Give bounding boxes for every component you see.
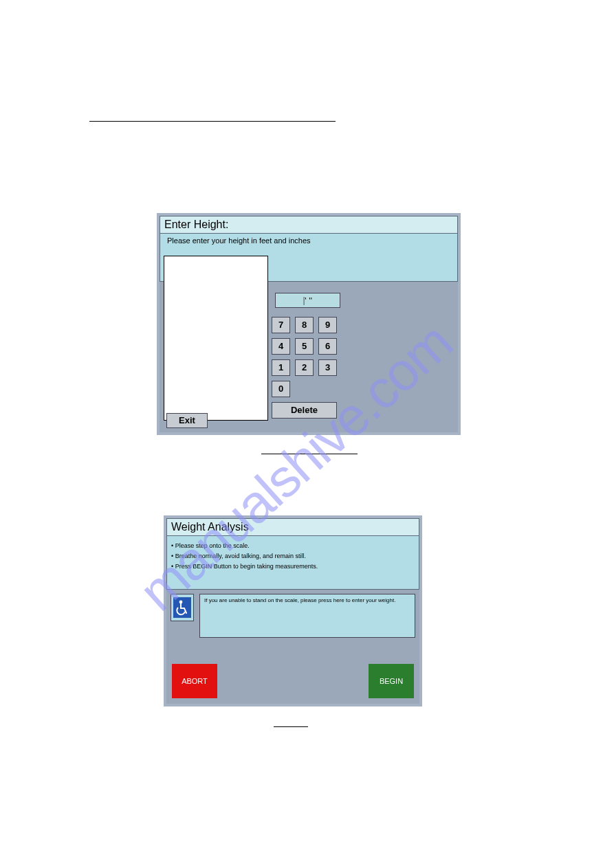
figure-caption-divider-1 [261,454,358,454]
abort-button[interactable]: ABORT [172,664,217,698]
height-preview-area [164,256,268,421]
key-6[interactable]: 6 [318,338,337,355]
height-title: Enter Height: [160,216,458,234]
key-1[interactable]: 1 [272,359,290,376]
key-0[interactable]: 0 [272,381,290,397]
keypad: 7 8 9 4 5 6 1 2 3 0 [272,317,337,402]
key-4[interactable]: 4 [272,338,290,355]
height-body: Exit |' " 7 8 9 4 5 6 1 2 3 0 Delete [160,282,458,432]
height-display-field[interactable]: |' " [275,293,340,308]
enter-height-panel: Enter Height: Please enter your height i… [157,213,461,435]
begin-button[interactable]: BEGIN [369,664,414,698]
key-8[interactable]: 8 [295,317,314,333]
wheelchair-icon [173,597,191,618]
key-3[interactable]: 3 [318,359,337,376]
wheelchair-button[interactable] [171,594,194,621]
top-divider [89,121,336,122]
figure-caption-divider-2 [274,726,308,727]
key-7[interactable]: 7 [272,317,290,333]
delete-button[interactable]: Delete [272,402,337,419]
weight-step-2: • Breathe normally, avoid talking, and r… [171,553,415,559]
weight-title: Weight Analysis [166,518,419,536]
key-5[interactable]: 5 [295,338,314,355]
weight-step-3: • Press BEGIN Button to begin taking mea… [171,563,415,570]
weight-analysis-panel: Weight Analysis • Please step onto the s… [164,515,422,706]
accessibility-text[interactable]: If you are unable to stand on the scale,… [199,594,415,638]
weight-instructions: • Please step onto the scale. • Breathe … [166,536,419,590]
weight-step-1: • Please step onto the scale. [171,542,415,549]
key-9[interactable]: 9 [318,317,337,333]
exit-button[interactable]: Exit [166,413,208,428]
key-2[interactable]: 2 [295,359,314,376]
